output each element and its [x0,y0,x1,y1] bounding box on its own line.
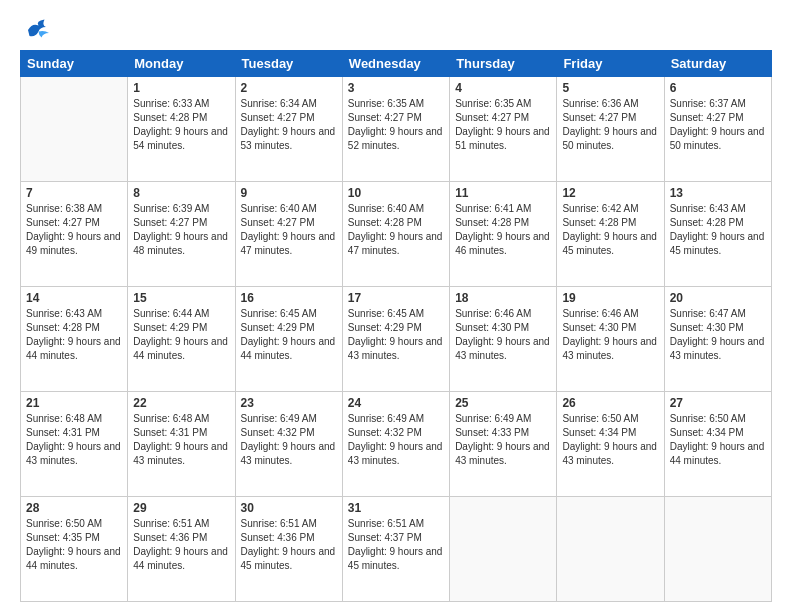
day-number: 17 [348,291,444,305]
day-number: 31 [348,501,444,515]
day-info: Sunrise: 6:36 AMSunset: 4:27 PMDaylight:… [562,97,658,153]
calendar-cell: 15 Sunrise: 6:44 AMSunset: 4:29 PMDaylig… [128,287,235,392]
calendar-cell: 23 Sunrise: 6:49 AMSunset: 4:32 PMDaylig… [235,392,342,497]
day-info: Sunrise: 6:33 AMSunset: 4:28 PMDaylight:… [133,97,229,153]
day-info: Sunrise: 6:35 AMSunset: 4:27 PMDaylight:… [348,97,444,153]
day-number: 28 [26,501,122,515]
calendar-cell: 16 Sunrise: 6:45 AMSunset: 4:29 PMDaylig… [235,287,342,392]
calendar-cell: 17 Sunrise: 6:45 AMSunset: 4:29 PMDaylig… [342,287,449,392]
calendar-cell: 3 Sunrise: 6:35 AMSunset: 4:27 PMDayligh… [342,77,449,182]
day-info: Sunrise: 6:39 AMSunset: 4:27 PMDaylight:… [133,202,229,258]
day-number: 9 [241,186,337,200]
day-info: Sunrise: 6:49 AMSunset: 4:32 PMDaylight:… [348,412,444,468]
calendar-cell: 8 Sunrise: 6:39 AMSunset: 4:27 PMDayligh… [128,182,235,287]
calendar-week-row: 28 Sunrise: 6:50 AMSunset: 4:35 PMDaylig… [21,497,772,602]
calendar-table: SundayMondayTuesdayWednesdayThursdayFrid… [20,50,772,602]
calendar-cell: 4 Sunrise: 6:35 AMSunset: 4:27 PMDayligh… [450,77,557,182]
calendar-week-row: 1 Sunrise: 6:33 AMSunset: 4:28 PMDayligh… [21,77,772,182]
day-number: 13 [670,186,766,200]
day-info: Sunrise: 6:43 AMSunset: 4:28 PMDaylight:… [670,202,766,258]
day-number: 23 [241,396,337,410]
day-number: 21 [26,396,122,410]
day-info: Sunrise: 6:42 AMSunset: 4:28 PMDaylight:… [562,202,658,258]
day-number: 26 [562,396,658,410]
calendar-cell: 19 Sunrise: 6:46 AMSunset: 4:30 PMDaylig… [557,287,664,392]
day-info: Sunrise: 6:48 AMSunset: 4:31 PMDaylight:… [133,412,229,468]
calendar-cell: 21 Sunrise: 6:48 AMSunset: 4:31 PMDaylig… [21,392,128,497]
calendar-cell: 9 Sunrise: 6:40 AMSunset: 4:27 PMDayligh… [235,182,342,287]
calendar-cell [664,497,771,602]
day-info: Sunrise: 6:49 AMSunset: 4:33 PMDaylight:… [455,412,551,468]
day-number: 4 [455,81,551,95]
weekday-header: Saturday [664,51,771,77]
day-number: 16 [241,291,337,305]
calendar-cell: 30 Sunrise: 6:51 AMSunset: 4:36 PMDaylig… [235,497,342,602]
day-number: 6 [670,81,766,95]
day-info: Sunrise: 6:47 AMSunset: 4:30 PMDaylight:… [670,307,766,363]
calendar-cell: 1 Sunrise: 6:33 AMSunset: 4:28 PMDayligh… [128,77,235,182]
calendar-cell: 13 Sunrise: 6:43 AMSunset: 4:28 PMDaylig… [664,182,771,287]
header [20,16,772,40]
calendar-cell: 10 Sunrise: 6:40 AMSunset: 4:28 PMDaylig… [342,182,449,287]
calendar-week-row: 21 Sunrise: 6:48 AMSunset: 4:31 PMDaylig… [21,392,772,497]
day-info: Sunrise: 6:45 AMSunset: 4:29 PMDaylight:… [348,307,444,363]
calendar-cell: 31 Sunrise: 6:51 AMSunset: 4:37 PMDaylig… [342,497,449,602]
calendar-cell: 14 Sunrise: 6:43 AMSunset: 4:28 PMDaylig… [21,287,128,392]
day-number: 25 [455,396,551,410]
calendar-cell [21,77,128,182]
calendar-cell: 20 Sunrise: 6:47 AMSunset: 4:30 PMDaylig… [664,287,771,392]
day-number: 7 [26,186,122,200]
day-info: Sunrise: 6:43 AMSunset: 4:28 PMDaylight:… [26,307,122,363]
day-info: Sunrise: 6:50 AMSunset: 4:34 PMDaylight:… [670,412,766,468]
day-info: Sunrise: 6:44 AMSunset: 4:29 PMDaylight:… [133,307,229,363]
day-info: Sunrise: 6:40 AMSunset: 4:27 PMDaylight:… [241,202,337,258]
calendar-week-row: 14 Sunrise: 6:43 AMSunset: 4:28 PMDaylig… [21,287,772,392]
day-info: Sunrise: 6:38 AMSunset: 4:27 PMDaylight:… [26,202,122,258]
day-number: 20 [670,291,766,305]
weekday-header: Sunday [21,51,128,77]
calendar-cell: 27 Sunrise: 6:50 AMSunset: 4:34 PMDaylig… [664,392,771,497]
logo [20,16,52,40]
weekday-header-row: SundayMondayTuesdayWednesdayThursdayFrid… [21,51,772,77]
day-info: Sunrise: 6:51 AMSunset: 4:36 PMDaylight:… [133,517,229,573]
logo-bird-icon [22,16,52,44]
calendar-cell: 18 Sunrise: 6:46 AMSunset: 4:30 PMDaylig… [450,287,557,392]
day-number: 18 [455,291,551,305]
calendar-cell: 5 Sunrise: 6:36 AMSunset: 4:27 PMDayligh… [557,77,664,182]
calendar-cell [450,497,557,602]
day-number: 3 [348,81,444,95]
day-number: 30 [241,501,337,515]
calendar-week-row: 7 Sunrise: 6:38 AMSunset: 4:27 PMDayligh… [21,182,772,287]
day-info: Sunrise: 6:51 AMSunset: 4:36 PMDaylight:… [241,517,337,573]
day-number: 11 [455,186,551,200]
weekday-header: Thursday [450,51,557,77]
calendar-cell: 6 Sunrise: 6:37 AMSunset: 4:27 PMDayligh… [664,77,771,182]
day-number: 8 [133,186,229,200]
day-info: Sunrise: 6:35 AMSunset: 4:27 PMDaylight:… [455,97,551,153]
day-number: 1 [133,81,229,95]
day-number: 22 [133,396,229,410]
day-info: Sunrise: 6:46 AMSunset: 4:30 PMDaylight:… [562,307,658,363]
day-info: Sunrise: 6:51 AMSunset: 4:37 PMDaylight:… [348,517,444,573]
calendar-cell: 22 Sunrise: 6:48 AMSunset: 4:31 PMDaylig… [128,392,235,497]
calendar-cell: 2 Sunrise: 6:34 AMSunset: 4:27 PMDayligh… [235,77,342,182]
day-number: 19 [562,291,658,305]
day-info: Sunrise: 6:49 AMSunset: 4:32 PMDaylight:… [241,412,337,468]
calendar-cell: 12 Sunrise: 6:42 AMSunset: 4:28 PMDaylig… [557,182,664,287]
day-info: Sunrise: 6:50 AMSunset: 4:35 PMDaylight:… [26,517,122,573]
day-number: 2 [241,81,337,95]
day-info: Sunrise: 6:40 AMSunset: 4:28 PMDaylight:… [348,202,444,258]
day-info: Sunrise: 6:48 AMSunset: 4:31 PMDaylight:… [26,412,122,468]
day-number: 14 [26,291,122,305]
weekday-header: Monday [128,51,235,77]
day-number: 24 [348,396,444,410]
calendar-cell: 7 Sunrise: 6:38 AMSunset: 4:27 PMDayligh… [21,182,128,287]
weekday-header: Friday [557,51,664,77]
calendar-cell: 25 Sunrise: 6:49 AMSunset: 4:33 PMDaylig… [450,392,557,497]
day-info: Sunrise: 6:45 AMSunset: 4:29 PMDaylight:… [241,307,337,363]
calendar-cell: 26 Sunrise: 6:50 AMSunset: 4:34 PMDaylig… [557,392,664,497]
day-number: 15 [133,291,229,305]
day-info: Sunrise: 6:46 AMSunset: 4:30 PMDaylight:… [455,307,551,363]
day-number: 27 [670,396,766,410]
calendar-cell: 24 Sunrise: 6:49 AMSunset: 4:32 PMDaylig… [342,392,449,497]
